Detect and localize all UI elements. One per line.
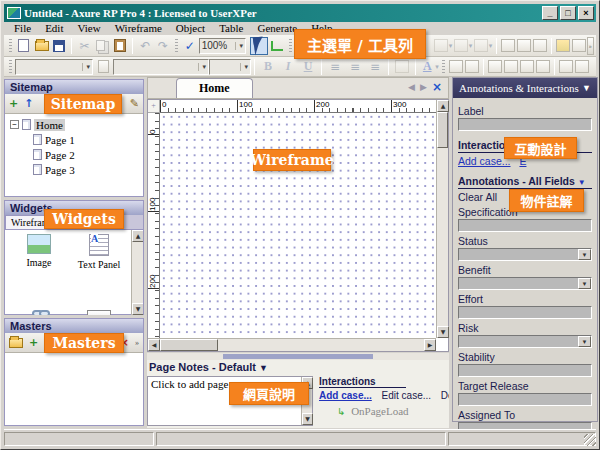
toolbar-grip[interactable] — [9, 39, 12, 53]
collapse-icon[interactable]: − — [10, 120, 19, 129]
scrollbar-thumb[interactable] — [160, 339, 218, 351]
status-select[interactable]: ▼ — [458, 248, 592, 261]
group-icon[interactable] — [449, 60, 463, 73]
menu-edit[interactable]: Edit — [39, 22, 69, 35]
delete-case-link[interactable]: Delete ca — [441, 390, 449, 401]
font-family-combobox[interactable]: ▾ — [15, 59, 93, 75]
send-backward-icon[interactable] — [536, 60, 550, 73]
minimize-button[interactable]: _ — [542, 6, 558, 20]
pointer-tool-button[interactable] — [250, 37, 268, 55]
align-left-button[interactable]: ≡ — [325, 58, 345, 76]
zoom-combobox[interactable]: 100% ▾ — [199, 38, 246, 54]
arrow-style-button[interactable]: ▾ — [473, 37, 493, 55]
font-color-button[interactable]: A▾ — [419, 58, 439, 76]
scroll-down-icon[interactable]: ▼ — [132, 303, 143, 315]
shadow-tool-icon[interactable] — [517, 39, 531, 52]
tree-item-home[interactable]: − Home — [7, 117, 141, 132]
bullet-list-button[interactable] — [392, 58, 412, 76]
toolbar-grip[interactable] — [9, 60, 12, 74]
scrollbar-thumb[interactable] — [437, 112, 448, 148]
splitter-handle[interactable] — [223, 354, 373, 359]
font-dialog-button[interactable] — [93, 58, 113, 76]
line-style-button[interactable]: ▾ — [453, 37, 473, 55]
maximize-button[interactable]: □ — [560, 6, 576, 20]
opacity-tool-icon[interactable] — [533, 39, 547, 52]
widget-image[interactable]: Image — [9, 234, 69, 296]
insert-tool-icon[interactable] — [572, 39, 586, 52]
open-button[interactable] — [33, 37, 51, 55]
undo-button[interactable]: ↶ — [136, 37, 154, 55]
page-notes-header[interactable]: Page Notes - Default ▼ — [147, 360, 449, 374]
title-bar[interactable]: Untitled - Axure RP Pro 4 : Licensed to … — [4, 4, 596, 22]
font-style-combobox[interactable]: ▾ — [113, 59, 209, 75]
close-button[interactable]: × — [578, 6, 594, 20]
stability-input[interactable] — [458, 364, 592, 377]
effort-input[interactable] — [458, 306, 592, 319]
canvas-vertical-scrollbar[interactable]: ▲ ▼ — [436, 100, 448, 338]
target-release-input[interactable] — [458, 393, 592, 406]
edit-page-icon[interactable]: ✎ — [130, 97, 139, 110]
open-master-icon[interactable] — [9, 338, 23, 348]
new-button[interactable] — [15, 37, 33, 55]
widget-text-panel[interactable]: Text Panel — [69, 234, 129, 296]
spellcheck-button[interactable]: ✓ — [181, 37, 199, 55]
annotations-panel-header[interactable]: Annotations & Interactions ▼ — [453, 78, 597, 98]
widgets-scrollbar[interactable]: ▲ ▼ — [131, 230, 143, 315]
table-tool-icon[interactable] — [556, 39, 570, 52]
paste-button[interactable] — [111, 37, 129, 55]
sitemap-panel-header[interactable]: Sitemap — [5, 80, 143, 94]
prev-tab-icon[interactable]: ◀ — [408, 82, 415, 92]
scroll-right-icon[interactable]: ▶ — [424, 339, 436, 351]
align-right-button[interactable]: ≡ — [365, 58, 385, 76]
connector-tool-button[interactable] — [268, 37, 286, 55]
bold-button[interactable]: B — [258, 58, 278, 76]
bring-forward-icon[interactable] — [520, 60, 534, 73]
close-tab-icon[interactable]: × — [432, 80, 442, 94]
wireframe-canvas[interactable] — [160, 113, 436, 338]
tree-item-page3[interactable]: Page 3 — [33, 162, 141, 177]
edit-case-link[interactable]: Edit case... — [382, 390, 431, 401]
rotate-left-icon[interactable] — [559, 60, 573, 73]
annotations-section-heading[interactable]: Annotations - All Fields ▼ — [458, 175, 592, 189]
masters-list[interactable] — [5, 353, 143, 423]
cut-button[interactable]: ✂ — [75, 37, 93, 55]
panel-overflow-icon[interactable]: » — [135, 338, 139, 347]
toolbar-grip[interactable] — [289, 39, 292, 53]
menu-view[interactable]: View — [71, 22, 106, 35]
menu-table[interactable]: Table — [213, 22, 249, 35]
scroll-left-icon[interactable]: ◀ — [148, 339, 160, 351]
scroll-down-icon[interactable]: ▼ — [302, 413, 313, 425]
risk-select[interactable]: ▼ — [458, 335, 592, 348]
menu-file[interactable]: File — [8, 22, 37, 35]
border-style-button[interactable]: ▾ — [433, 37, 453, 55]
italic-button[interactable]: I — [278, 58, 298, 76]
scroll-up-icon[interactable]: ▲ — [437, 100, 449, 112]
next-tab-icon[interactable]: ▶ — [420, 82, 427, 92]
copy-button[interactable] — [93, 37, 111, 55]
label-input[interactable] — [458, 118, 592, 131]
font-size-combobox[interactable]: ▾ — [209, 59, 251, 75]
benefit-select[interactable]: ▼ — [458, 277, 592, 290]
bring-front-icon[interactable] — [488, 60, 502, 73]
notes-splitter[interactable] — [147, 353, 449, 360]
onpageload-event[interactable]: ↳ OnPageLoad — [337, 405, 449, 417]
menu-object[interactable]: Object — [170, 22, 211, 35]
align-center-button[interactable]: ≡ — [345, 58, 365, 76]
underline-button[interactable]: U — [298, 58, 318, 76]
widget-hyperlink[interactable]: Hyperlink — [9, 310, 69, 315]
scroll-down-icon[interactable]: ▼ — [437, 326, 449, 338]
fill-tool-icon[interactable] — [501, 39, 515, 52]
toolbar-overflow-button[interactable]: » — [587, 37, 594, 55]
resize-grip[interactable] — [584, 434, 596, 446]
add-case-link[interactable]: Add case... — [458, 155, 511, 167]
widget-rectangle[interactable]: Rectangle — [69, 310, 129, 315]
rotate-right-icon[interactable] — [575, 60, 589, 73]
move-up-icon[interactable]: ↑ — [24, 97, 33, 110]
masters-panel-header[interactable]: Masters — [5, 319, 143, 333]
send-back-icon[interactable] — [504, 60, 518, 73]
tree-item-page2[interactable]: Page 2 — [33, 147, 141, 162]
add-case-link[interactable]: Add case... — [319, 390, 372, 401]
tree-item-page1[interactable]: Page 1 — [33, 132, 141, 147]
canvas-horizontal-scrollbar[interactable]: ◀ ▶ — [148, 338, 436, 351]
toolbar-grip[interactable] — [442, 60, 445, 74]
